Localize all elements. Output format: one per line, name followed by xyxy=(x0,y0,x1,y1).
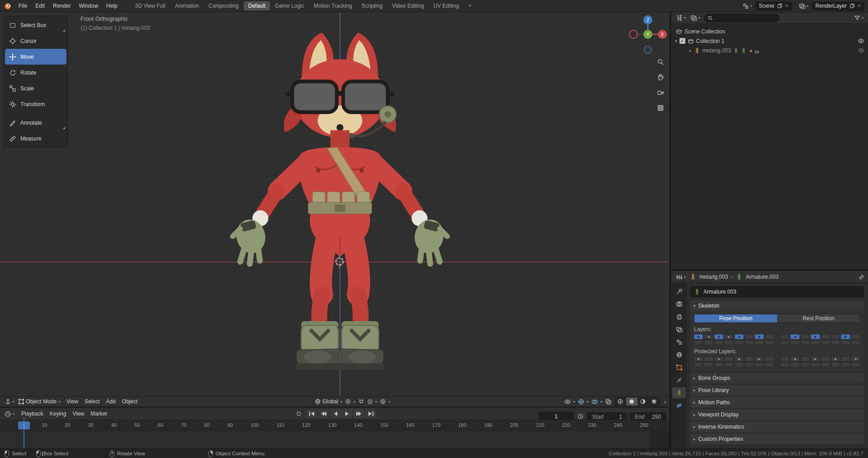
layer-toggle[interactable] xyxy=(694,334,703,339)
new-scene-icon[interactable] xyxy=(777,3,783,9)
layer-toggle[interactable] xyxy=(821,334,830,339)
outliner-row-scene-collection[interactable]: Scene Collection xyxy=(671,27,868,36)
timeline-ruler[interactable]: 1020304050607080901001101201301401501601… xyxy=(0,420,670,431)
layer-toggle[interactable] xyxy=(821,340,830,345)
timeline-menu-item[interactable]: Keying xyxy=(47,410,70,418)
viewport-menu-item[interactable]: Add xyxy=(103,397,118,406)
protected-layer-toggle[interactable] xyxy=(851,356,860,361)
protected-layer-toggle[interactable] xyxy=(821,356,830,361)
properties-tab-physics[interactable] xyxy=(672,400,686,411)
shading-wireframe-button[interactable] xyxy=(615,397,626,406)
layer-toggle[interactable] xyxy=(704,340,713,345)
layer-toggle[interactable] xyxy=(851,334,860,339)
layer-toggle[interactable] xyxy=(765,334,774,339)
menu-item[interactable]: Help xyxy=(102,1,122,10)
snap-settings[interactable] xyxy=(367,399,377,405)
pin-icon[interactable] xyxy=(859,274,864,280)
menu-item[interactable]: Render xyxy=(49,1,75,10)
workspace-tab[interactable]: Game Logic xyxy=(270,1,309,10)
camera-view-button[interactable] xyxy=(654,86,667,99)
play-reverse-button[interactable] xyxy=(330,409,341,418)
protected-layer-toggle[interactable] xyxy=(704,362,713,367)
transform-orientation-selector[interactable]: Global xyxy=(315,398,342,405)
object-expand-icon[interactable]: ▸ xyxy=(689,48,692,53)
pivot-point-selector[interactable] xyxy=(345,398,355,405)
shading-solid-button[interactable] xyxy=(626,397,637,406)
protected-layer-toggle[interactable] xyxy=(821,362,830,367)
properties-tab-view-layer[interactable] xyxy=(672,324,686,335)
viewport-3d[interactable]: Front Orthographic (1) Collection 1 | me… xyxy=(0,12,670,396)
collapsed-panel-header[interactable]: Inverse Kinematics xyxy=(690,421,864,432)
protected-layer-toggle[interactable] xyxy=(801,356,810,361)
editor-type-selector[interactable] xyxy=(4,397,15,406)
protected-layer-toggle[interactable] xyxy=(831,362,840,367)
view-layer-field[interactable]: RenderLayer × xyxy=(812,2,864,10)
layer-toggle[interactable] xyxy=(765,340,774,345)
layer-toggle[interactable] xyxy=(790,340,799,345)
collapsed-panel-header[interactable]: Pose Library xyxy=(690,385,864,396)
workspace-tab[interactable]: Default xyxy=(244,1,270,10)
new-view-layer-icon[interactable] xyxy=(849,3,855,9)
collapsed-panel-header[interactable]: Bone Groups xyxy=(690,373,864,383)
timeline-menu-item[interactable]: Marker xyxy=(87,410,110,418)
pan-button[interactable] xyxy=(654,71,667,84)
rest-position-button[interactable]: Rest Position xyxy=(777,314,860,322)
outliner-search-input[interactable] xyxy=(704,14,779,22)
tool-annotate[interactable]: Annotate xyxy=(5,115,66,131)
blender-logo-icon[interactable] xyxy=(4,2,12,10)
playhead-line[interactable] xyxy=(24,417,24,449)
tool-move[interactable]: Move xyxy=(5,49,66,65)
layer-toggle[interactable] xyxy=(704,334,713,339)
tool-transform[interactable]: Transform xyxy=(5,96,66,112)
properties-tab-scene[interactable] xyxy=(672,336,686,348)
hide-in-viewport-eye-icon[interactable] xyxy=(858,37,864,44)
protected-layer-toggle[interactable] xyxy=(745,356,754,361)
protected-layer-toggle[interactable] xyxy=(811,362,820,367)
layer-toggle[interactable] xyxy=(755,340,764,345)
protected-layer-toggle[interactable] xyxy=(765,362,774,367)
outliner-row-armature[interactable]: ▸ metarig.003 ▲ 16 xyxy=(671,46,868,55)
layer-toggle[interactable] xyxy=(755,334,764,339)
protected-layer-toggle[interactable] xyxy=(811,356,820,361)
jump-to-end-button[interactable] xyxy=(365,409,376,418)
zoom-button[interactable] xyxy=(654,56,667,68)
shading-dropdown[interactable] xyxy=(663,398,666,405)
properties-tab-render[interactable] xyxy=(672,299,686,310)
shading-material-button[interactable] xyxy=(637,397,649,406)
tool-cursor[interactable]: Cursor xyxy=(5,33,66,49)
play-button[interactable] xyxy=(341,409,353,418)
workspace-tab[interactable]: Animation xyxy=(170,1,203,10)
layer-toggle[interactable] xyxy=(780,334,789,339)
protected-layer-toggle[interactable] xyxy=(735,362,744,367)
layer-toggle[interactable] xyxy=(745,340,754,345)
layer-toggle[interactable] xyxy=(735,334,744,339)
protected-layer-toggle[interactable] xyxy=(694,356,703,361)
protected-layer-toggle[interactable] xyxy=(780,362,789,367)
properties-editor-type-selector[interactable] xyxy=(675,273,687,281)
tool-select-box[interactable]: Select Box xyxy=(5,17,66,33)
object-visibility-dropdown[interactable] xyxy=(564,398,575,405)
properties-tab-object[interactable] xyxy=(672,362,686,373)
workspace-tab[interactable]: Scripting xyxy=(357,1,387,10)
collapsed-panel-header[interactable]: Viewport Display xyxy=(690,409,864,420)
protected-layer-toggle[interactable] xyxy=(790,362,799,367)
properties-tab-output[interactable] xyxy=(672,311,686,322)
collection-expand-icon[interactable]: ▾ xyxy=(675,39,677,43)
breadcrumb-object-label[interactable]: metarig.003 xyxy=(699,274,728,280)
protected-layer-toggle[interactable] xyxy=(694,362,703,367)
scene-browse-icon[interactable] xyxy=(741,2,753,10)
proportional-edit-toggle[interactable] xyxy=(380,398,390,405)
properties-tab-constraints[interactable] xyxy=(672,374,686,386)
collapsed-panel-header[interactable]: Custom Properties xyxy=(690,434,864,444)
timeline-menu-item[interactable]: View xyxy=(69,410,87,418)
tool-scale[interactable]: Scale xyxy=(5,80,66,96)
layer-toggle[interactable] xyxy=(714,334,723,339)
layer-toggle[interactable] xyxy=(724,340,733,345)
layer-toggle[interactable] xyxy=(851,340,860,345)
gizmos-toggle[interactable] xyxy=(578,398,589,405)
menu-item[interactable]: Window xyxy=(75,1,102,10)
mode-selector[interactable]: Object Mode xyxy=(18,398,61,405)
breadcrumb-data-label[interactable]: Armature.003 xyxy=(745,274,778,280)
protected-layer-toggle[interactable] xyxy=(714,356,723,361)
navigation-gizmo[interactable]: Z X Y xyxy=(626,13,670,56)
